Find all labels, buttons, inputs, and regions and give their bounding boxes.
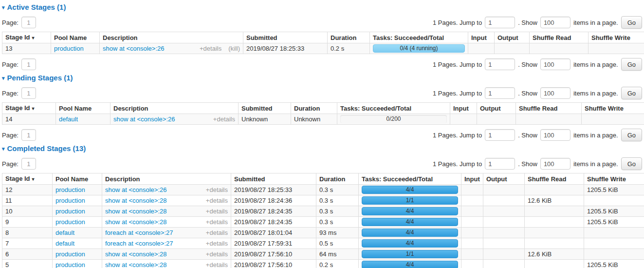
pool-name-link[interactable]: default: [55, 229, 74, 236]
show-label: . Show: [518, 132, 537, 139]
shuffle-write-cell: [584, 249, 644, 260]
show-count-input[interactable]: [540, 158, 570, 170]
column-header-stage-id[interactable]: Stage Id▾: [2, 173, 53, 185]
column-header-description[interactable]: Description: [102, 173, 231, 185]
go-button[interactable]: Go: [621, 87, 642, 99]
column-header-input[interactable]: Input: [450, 103, 477, 114]
pages-jump-label: 1 Pages. Jump to: [433, 61, 482, 68]
details-link[interactable]: +details: [206, 208, 228, 215]
details-link[interactable]: +details: [206, 218, 228, 226]
jump-to-input[interactable]: [485, 158, 515, 170]
column-header-label: Description: [105, 175, 140, 183]
column-header-shuffle-read[interactable]: Shuffle Read: [516, 103, 582, 114]
show-count-input[interactable]: [540, 17, 570, 28]
pool-name-link[interactable]: default: [59, 115, 78, 123]
page-number-input[interactable]: [21, 87, 36, 99]
column-header-input[interactable]: Input: [468, 32, 495, 43]
details-link[interactable]: +details: [213, 115, 235, 123]
go-button[interactable]: Go: [621, 58, 642, 71]
column-header-tasks-succeeded-total[interactable]: Tasks: Succeeded/Total: [359, 173, 461, 185]
duration-cell: 0.3 s: [316, 217, 359, 228]
column-header-shuffle-read[interactable]: Shuffle Read: [525, 173, 584, 185]
column-header-pool-name[interactable]: Pool Name: [56, 103, 110, 114]
jump-to-input[interactable]: [485, 58, 515, 70]
column-header-duration[interactable]: Duration: [291, 103, 337, 114]
go-button[interactable]: Go: [621, 16, 642, 29]
show-count-input[interactable]: [540, 87, 570, 99]
column-header-stage-id[interactable]: Stage Id▾: [2, 32, 51, 43]
column-header-output[interactable]: Output: [495, 32, 530, 43]
description-link[interactable]: show at <console>:26: [105, 186, 166, 193]
column-header-description[interactable]: Description: [110, 103, 239, 114]
details-link[interactable]: +details: [206, 250, 228, 258]
stage-id-cell: 11: [2, 195, 53, 206]
column-header-label: Pool Name: [55, 175, 88, 183]
column-header-tasks-succeeded-total[interactable]: Tasks: Succeeded/Total: [370, 32, 468, 43]
progress-label: 4/4: [362, 207, 458, 215]
progress-label: 4/4: [362, 239, 458, 248]
pool-cell: default: [56, 114, 110, 125]
stage-id-cell: 9: [2, 217, 53, 228]
description-link[interactable]: foreach at <console>:27: [105, 229, 173, 236]
column-header-pool-name[interactable]: Pool Name: [53, 173, 102, 185]
page-number-input[interactable]: [21, 17, 36, 28]
details-link[interactable]: +details: [206, 186, 228, 193]
page-number-input[interactable]: [21, 129, 36, 141]
column-header-label: Shuffle Read: [533, 34, 571, 41]
page-number-input[interactable]: [21, 58, 36, 70]
pool-name-link[interactable]: production: [55, 218, 85, 226]
section-header-completed[interactable]: ▾Completed Stages (13): [2, 144, 642, 153]
column-header-submitted[interactable]: Submitted: [239, 103, 291, 114]
column-header-input[interactable]: Input: [461, 173, 483, 185]
shuffle-write-cell: [584, 238, 644, 249]
column-header-tasks-succeeded-total[interactable]: Tasks: Succeeded/Total: [337, 103, 450, 114]
show-count-input[interactable]: [540, 129, 570, 141]
pool-name-link[interactable]: production: [55, 208, 85, 215]
jump-to-input[interactable]: [485, 87, 515, 99]
column-header-submitted[interactable]: Submitted: [231, 173, 316, 185]
description-link[interactable]: show at <console>:28: [105, 261, 166, 268]
show-count-input[interactable]: [540, 58, 570, 70]
pool-name-link[interactable]: production: [55, 197, 85, 204]
description-link[interactable]: show at <console>:28: [105, 208, 166, 215]
pool-name-link[interactable]: default: [55, 240, 74, 247]
column-header-output[interactable]: Output: [483, 173, 525, 185]
task-progress: 4/4: [362, 261, 458, 268]
column-header-duration[interactable]: Duration: [328, 32, 370, 43]
description-link[interactable]: show at <console>:28: [105, 218, 166, 226]
pool-name-link[interactable]: production: [55, 250, 85, 258]
column-header-shuffle-read[interactable]: Shuffle Read: [530, 32, 589, 43]
pool-name-link[interactable]: production: [55, 186, 85, 193]
column-header-pool-name[interactable]: Pool Name: [51, 32, 100, 43]
description-link[interactable]: show at <console>:28: [105, 197, 166, 204]
details-link[interactable]: +details: [200, 45, 221, 52]
section-header-pending[interactable]: ▾Pending Stages (1): [2, 74, 642, 83]
section-header-active[interactable]: ▾Active Stages (1): [2, 3, 642, 12]
jump-to-input[interactable]: [485, 17, 515, 28]
description-cell: show at <console>:28+details: [102, 195, 231, 206]
description-link[interactable]: show at <console>:26: [103, 45, 164, 52]
table-row: 14defaultshow at <console>:26+detailsUnk…: [2, 114, 644, 125]
column-header-shuffle-write[interactable]: Shuffle Write: [582, 103, 644, 114]
pool-name-link[interactable]: production: [55, 261, 85, 268]
details-link[interactable]: +details: [206, 261, 228, 268]
column-header-shuffle-write[interactable]: Shuffle Write: [589, 32, 644, 43]
column-header-stage-id[interactable]: Stage Id▾: [2, 103, 56, 114]
column-header-submitted[interactable]: Submitted: [243, 32, 328, 43]
column-header-shuffle-write[interactable]: Shuffle Write: [584, 173, 644, 185]
page-number-input[interactable]: [21, 158, 36, 170]
go-button[interactable]: Go: [621, 157, 642, 170]
column-header-output[interactable]: Output: [477, 103, 516, 114]
details-link[interactable]: +details: [206, 229, 228, 236]
details-link[interactable]: +details: [206, 240, 228, 247]
jump-to-input[interactable]: [485, 129, 515, 141]
description-link[interactable]: foreach at <console>:27: [105, 240, 173, 247]
details-link[interactable]: +details: [206, 197, 228, 204]
pool-name-link[interactable]: production: [54, 45, 84, 52]
kill-link[interactable]: (kill): [228, 45, 240, 52]
description-link[interactable]: show at <console>:26: [113, 115, 175, 123]
column-header-description[interactable]: Description: [100, 32, 243, 43]
column-header-duration[interactable]: Duration: [316, 173, 359, 185]
description-link[interactable]: show at <console>:28: [105, 250, 166, 258]
go-button[interactable]: Go: [621, 129, 642, 141]
